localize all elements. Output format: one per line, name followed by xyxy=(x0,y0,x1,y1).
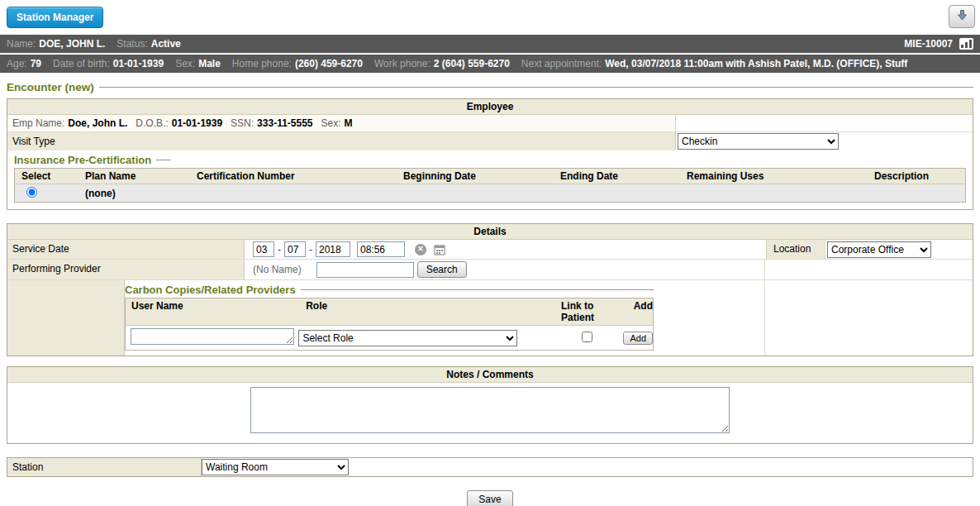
home-phone-value: (260) 459-6270 xyxy=(295,58,363,69)
insurance-section: Insurance Pre-Certification Select Plan … xyxy=(7,150,973,209)
insurance-table-header: Select Plan Name Certification Number Be… xyxy=(15,169,965,184)
notes-textarea[interactable] xyxy=(250,387,730,433)
station-manager-button[interactable]: Station Manager xyxy=(7,7,103,28)
location-cell: Corporate Office xyxy=(825,240,973,259)
divider-line xyxy=(156,160,171,160)
chart-id: MIE-10007 xyxy=(904,38,953,50)
plan-name-none: (none) xyxy=(78,188,190,199)
date-separator: - xyxy=(309,244,312,255)
notes-section: Notes / Comments xyxy=(7,366,973,444)
encounter-form: Encounter (new) Employee Emp Name: Doe, … xyxy=(0,73,980,506)
provider-search-button[interactable]: Search xyxy=(417,261,467,278)
patient-status: Active xyxy=(151,38,181,50)
age-label: Age: xyxy=(7,58,27,69)
carbon-legend-text: Carbon Copies/Related Providers xyxy=(125,284,296,296)
insurance-select-cell xyxy=(15,187,78,200)
location-select[interactable]: Corporate Office xyxy=(827,241,931,258)
location-label: Location xyxy=(766,240,825,259)
notes-body xyxy=(7,383,973,443)
emp-dob-value: 01-01-1939 xyxy=(172,117,222,129)
insurance-none-radio[interactable] xyxy=(26,187,37,198)
add-button[interactable]: Add xyxy=(623,332,653,345)
service-time-input[interactable] xyxy=(357,241,405,257)
service-date-month-input[interactable] xyxy=(253,241,274,257)
insurance-legend-text: Insurance Pre-Certification xyxy=(14,154,151,166)
next-appointment-value: Wed, 03/07/2018 11:00am with Ashish Pate… xyxy=(605,58,907,69)
col-header-link-to-patient: Link to Patient xyxy=(555,298,628,325)
divider-line xyxy=(99,87,973,88)
details-right-cell xyxy=(764,260,973,279)
col-header-plan-name: Plan Name xyxy=(78,169,190,184)
visit-type-row: Visit Type Checkin xyxy=(7,132,973,150)
details-section-header: Details xyxy=(7,224,973,240)
visit-type-label: Visit Type xyxy=(7,132,675,150)
station-label: Station xyxy=(7,458,202,476)
emp-sex-label: Sex: xyxy=(321,117,341,129)
role-select[interactable]: Select Role xyxy=(298,330,517,346)
status-label: Status: xyxy=(117,38,147,50)
clear-date-icon[interactable]: ✕ xyxy=(415,244,426,255)
next-appointment-label: Next appointment: xyxy=(521,58,602,69)
station-row: Station Waiting Room xyxy=(7,458,973,476)
top-toolbar: Station Manager xyxy=(0,0,980,35)
add-cell: Add xyxy=(623,332,653,345)
user-name-input[interactable] xyxy=(131,328,294,345)
performing-provider-label: Performing Provider xyxy=(7,260,245,279)
work-phone-label: Work phone: xyxy=(374,58,431,69)
col-header-role: Role xyxy=(300,298,555,325)
carbon-left-cell xyxy=(7,280,125,356)
download-icon xyxy=(956,9,968,24)
ssn-label: SSN: xyxy=(231,117,254,129)
emp-dob-label: D.O.B.: xyxy=(136,117,168,129)
role-cell: Select Role xyxy=(298,330,551,346)
home-phone-label: Home phone: xyxy=(232,58,292,69)
dob-value: 01-01-1939 xyxy=(113,58,164,69)
notes-section-header: Notes / Comments xyxy=(7,367,973,383)
visit-type-cell: Checkin xyxy=(675,132,973,150)
encounter-legend-text: Encounter (new) xyxy=(7,81,94,93)
provider-search-input[interactable] xyxy=(316,262,414,278)
station-cell: Waiting Room xyxy=(202,458,973,476)
patient-name: DOE, JOHN L. xyxy=(39,38,105,50)
patient-header-bar: Name: DOE, JOHN L. Status: Active MIE-10… xyxy=(0,35,980,53)
download-button[interactable] xyxy=(949,5,975,28)
carbon-legend: Carbon Copies/Related Providers xyxy=(125,284,654,296)
insurance-table: Select Plan Name Certification Number Be… xyxy=(14,168,966,203)
insurance-row-none: (none) xyxy=(15,184,965,202)
service-date-inputs: - - ✕ xyxy=(245,240,766,259)
station-select[interactable]: Waiting Room xyxy=(202,459,349,475)
carbon-table: User Name Role Link to Patient Add xyxy=(125,298,654,351)
date-separator: - xyxy=(278,244,281,255)
sex-label: Sex: xyxy=(175,58,195,69)
carbon-copies-section: Carbon Copies/Related Providers User Nam… xyxy=(125,284,654,351)
emp-name-label: Emp Name: xyxy=(12,117,64,129)
emp-sex-value: M xyxy=(345,117,353,129)
details-right-cell xyxy=(764,280,973,356)
col-header-ending-date: Ending Date xyxy=(554,169,680,184)
age-value: 79 xyxy=(31,58,41,69)
employee-info-row: Emp Name: Doe, John L. D.O.B.: 01-01-193… xyxy=(7,115,973,132)
emp-name-value: Doe, John L. xyxy=(68,117,127,129)
ssn-value: 333-11-5555 xyxy=(257,117,312,129)
link-to-patient-checkbox[interactable] xyxy=(582,332,592,342)
carbon-table-header: User Name Role Link to Patient Add xyxy=(126,298,653,326)
calendar-icon[interactable] xyxy=(434,244,445,255)
carbon-area: Carbon Copies/Related Providers User Nam… xyxy=(125,280,764,356)
dob-label: Date of birth: xyxy=(53,58,110,69)
col-header-remaining-uses: Remaining Uses xyxy=(680,169,868,184)
provider-no-name-text: (No Name) xyxy=(253,264,302,275)
visit-type-select[interactable]: Checkin xyxy=(678,133,839,150)
col-header-description: Description xyxy=(868,169,965,184)
employee-info-right-cell xyxy=(675,115,973,131)
save-button[interactable]: Save xyxy=(467,490,512,506)
service-date-day-input[interactable] xyxy=(284,241,306,257)
user-name-cell xyxy=(126,328,298,347)
col-header-beginning-date: Beginning Date xyxy=(397,169,554,184)
chart-icon[interactable] xyxy=(959,38,973,50)
service-date-year-input[interactable] xyxy=(316,241,350,257)
divider-line xyxy=(301,289,654,290)
insurance-legend: Insurance Pre-Certification xyxy=(14,154,966,166)
details-section: Details Service Date - - ✕ xyxy=(7,223,973,356)
performing-provider-row: Performing Provider (No Name) Search xyxy=(7,260,973,280)
col-header-certification-number: Certification Number xyxy=(190,169,397,184)
